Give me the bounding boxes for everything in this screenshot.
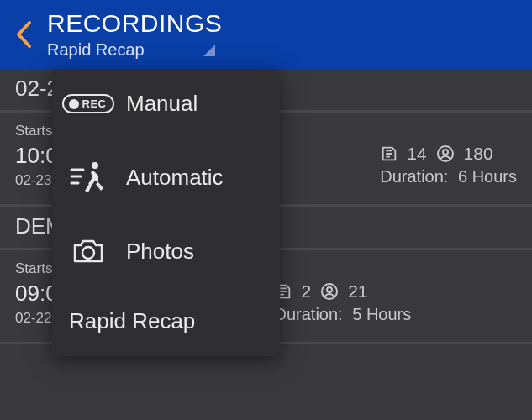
dropdown-triangle-icon [203,45,215,56]
duration-value: 6 Hours [458,167,517,186]
header-text-block: RECORDINGS Rapid Recap [47,9,222,60]
filter-menu: REC Manual Automatic [52,69,280,356]
stat2-value: 180 [464,144,493,164]
menu-item-label: Automatic [126,165,224,191]
app-header: RECORDINGS Rapid Recap [0,0,532,69]
person-icon [319,281,340,302]
menu-item-label: Photos [126,239,194,265]
stat2-value: 21 [348,281,367,302]
menu-item-label: Manual [126,91,198,117]
person-icon [435,144,456,164]
duration-label: Duration: [274,305,342,323]
stats-block: 2 21 Duration: 5 Hours [274,281,517,324]
menu-item-rapid-recap[interactable]: Rapid Recap [52,286,280,356]
menu-item-automatic[interactable]: Automatic [52,139,280,216]
duration-value: 5 Hours [352,305,411,323]
duration-label: Duration: [380,167,448,186]
svg-point-8 [82,247,94,259]
filter-label: Rapid Recap [47,40,145,60]
camera-icon [69,238,108,265]
pages-icon [380,144,398,163]
stat1-value: 14 [407,144,426,164]
stat1-value: 2 [301,281,311,302]
svg-point-3 [327,287,332,292]
svg-point-1 [443,150,448,155]
filter-dropdown[interactable]: Rapid Recap [47,40,222,60]
menu-item-manual[interactable]: REC Manual [52,69,280,139]
record-icon: REC [69,94,108,113]
walking-icon [69,160,108,194]
chevron-left-icon [15,20,32,49]
stats-block: 14 180 Duration: 6 Hours [380,144,517,186]
page-title: RECORDINGS [47,9,222,38]
back-button[interactable] [10,18,37,51]
svg-point-7 [92,162,98,169]
menu-item-label: Rapid Recap [69,308,195,334]
menu-item-photos[interactable]: Photos [52,216,280,286]
